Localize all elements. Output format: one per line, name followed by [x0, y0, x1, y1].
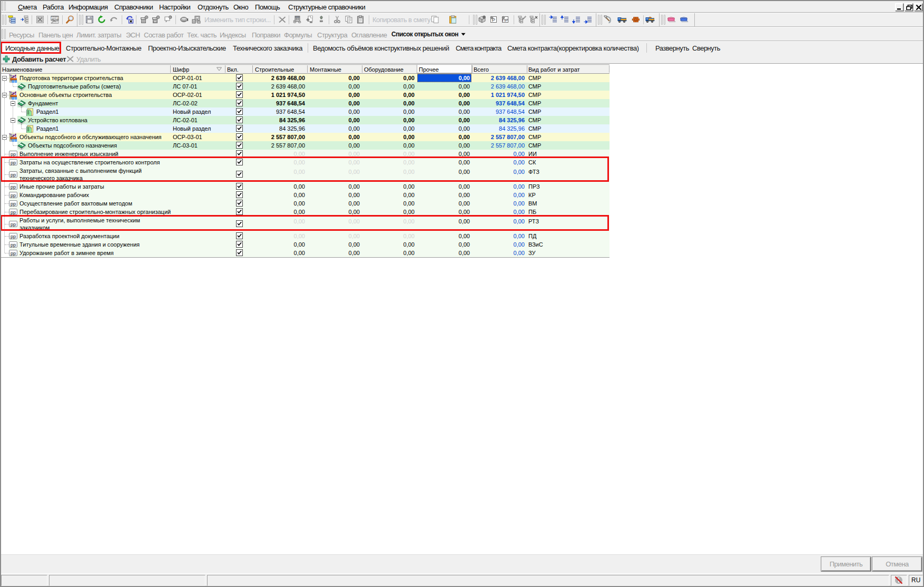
svg-text:рр: рр — [11, 242, 16, 248]
svg-text:рр: рр — [11, 193, 16, 198]
svg-text:рр: рр — [11, 210, 16, 215]
svg-text:рр: рр — [11, 152, 16, 157]
svg-text:рр: рр — [11, 184, 16, 190]
svg-text:рр: рр — [11, 201, 16, 207]
svg-text:рр: рр — [11, 234, 16, 239]
svg-text:рр: рр — [11, 251, 16, 256]
svg-text:PDF: PDF — [51, 16, 59, 20]
